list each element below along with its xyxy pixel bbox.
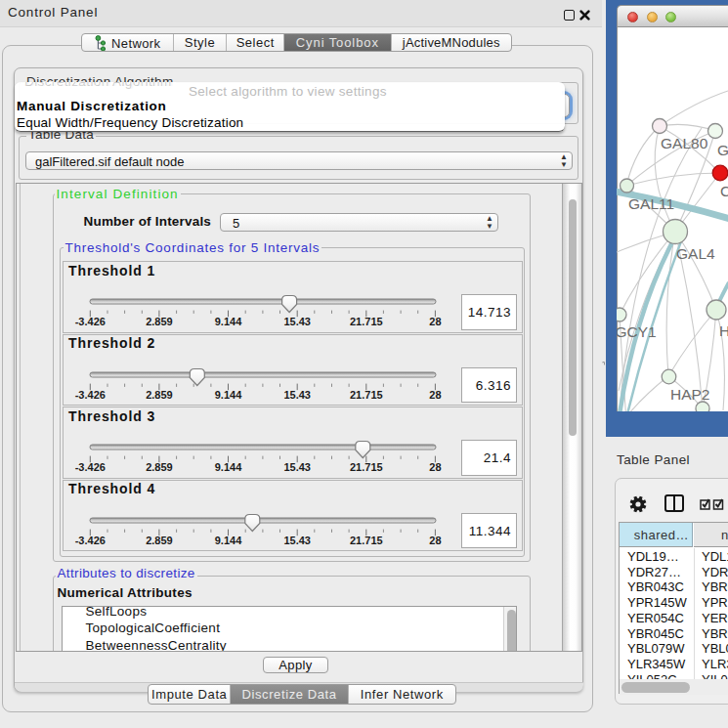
svg-text:GAL4: GAL4 xyxy=(676,245,715,262)
svg-text:CY: CY xyxy=(720,183,728,199)
svg-text:H: H xyxy=(719,322,728,339)
svg-text:GAL11: GAL11 xyxy=(628,195,674,212)
svg-text:HAP2: HAP2 xyxy=(670,386,710,403)
svg-text:GCY1: GCY1 xyxy=(617,323,657,340)
svg-text:GAL80: GAL80 xyxy=(661,135,708,151)
svg-text:GA: GA xyxy=(717,142,728,158)
